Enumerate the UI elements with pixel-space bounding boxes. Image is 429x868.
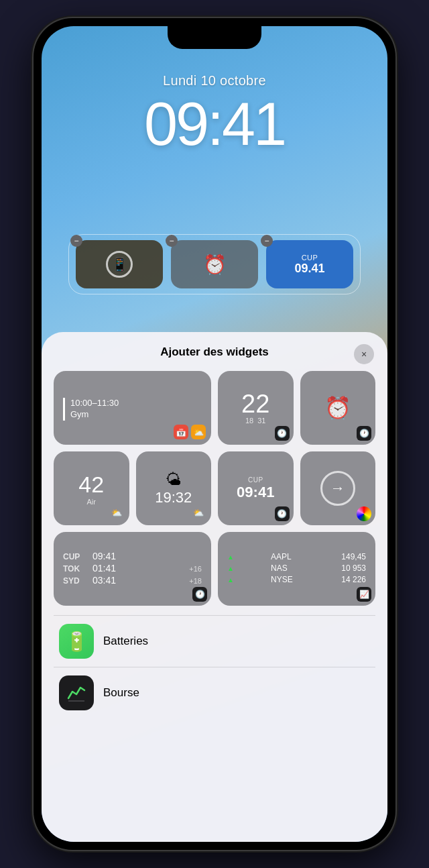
calendar-badges: 📅 ⛅ xyxy=(174,425,206,439)
batteries-app-name: Batteries xyxy=(103,635,148,648)
cup-time-medium: 09:41 xyxy=(237,484,274,501)
remove-cup-widget-btn[interactable]: − xyxy=(261,235,273,247)
wc-offset-syd: +18 xyxy=(189,577,202,585)
rainbow-badge xyxy=(357,506,371,521)
sheet-title: Ajouter des widgets xyxy=(54,345,375,359)
alarm-widget-small[interactable]: ⏰ 🕐 xyxy=(300,371,376,445)
weather-icon-badge: ⛅ xyxy=(191,425,206,439)
arrow-widget[interactable]: → xyxy=(300,451,376,525)
stock-row-nyse: ▲ NYSE 14 226 xyxy=(227,575,366,584)
widget-grid: 10:00–11:30 Gym 📅 ⛅ 22 18 31 xyxy=(54,371,375,606)
air-weather-badge: ⛅ xyxy=(109,505,124,520)
wc-city-syd: SYD xyxy=(63,576,88,586)
arrow-circle-icon: → xyxy=(320,471,355,506)
phone-screen: Lundi 10 octobre 09:41 − 📱 − ⏰ − CUP 09.… xyxy=(42,26,387,842)
stock-name-nas: NAS xyxy=(271,563,304,573)
clock-overlay-badge-2: 🕐 xyxy=(357,426,371,441)
calendar-number-widget[interactable]: 22 18 31 🕐 xyxy=(218,371,294,445)
cal-date-number: 22 xyxy=(241,391,269,417)
cup-widget-medium[interactable]: CUP 09:41 🕐 xyxy=(218,451,294,525)
stocks-widget[interactable]: ▲ AAPL 149,45 ▲ NAS 10 953 ▲ NYSE 14 xyxy=(218,532,375,606)
sheet-close-button[interactable]: × xyxy=(354,344,374,364)
lock-widget-alarm[interactable]: − ⏰ xyxy=(171,240,258,288)
stock-arrow-nas: ▲ xyxy=(227,565,234,572)
lock-widget-cup[interactable]: − CUP 09.41 xyxy=(266,240,353,288)
date-label: Lundi 10 octobre xyxy=(42,73,387,89)
remove-alarm-widget-btn[interactable]: − xyxy=(166,235,178,247)
clock-overlay-badge-3: 🕐 xyxy=(275,506,290,521)
wc-city-cup: CUP xyxy=(63,552,88,561)
wc-time-tok: 01:41 xyxy=(88,563,189,574)
wc-city-tok: TOK xyxy=(63,564,88,574)
air-quality-label: Air xyxy=(87,498,96,506)
cup-city-label: CUP xyxy=(294,254,324,262)
stock-val-nas: 10 953 xyxy=(341,563,366,573)
app-list-item-batteries[interactable]: 🔋 Batteries xyxy=(54,615,375,667)
remove-phone-widget-btn[interactable]: − xyxy=(70,235,82,247)
app-list: 🔋 Batteries Bourse xyxy=(54,615,375,718)
alarm-icon-large: ⏰ xyxy=(324,395,351,421)
stock-name-aapl: AAPL xyxy=(271,552,304,561)
world-clock-row-tok: TOK 01:41 +16 xyxy=(63,563,202,574)
air-icons: ⛅ xyxy=(109,505,124,520)
bourse-app-icon xyxy=(59,675,94,710)
stocks-chart-icon: 📈 xyxy=(357,587,371,602)
calendar-icon-badge: 📅 xyxy=(174,425,188,439)
stock-arrow-nyse: ▲ xyxy=(227,576,234,584)
batteries-app-icon: 🔋 xyxy=(59,624,94,659)
sun-icon: 🌤 xyxy=(166,470,182,489)
stock-val-aapl: 149,45 xyxy=(341,552,366,561)
clock-overlay-badge-4: 🕐 xyxy=(192,587,207,602)
phone-frame: Lundi 10 octobre 09:41 − 📱 − ⏰ − CUP 09.… xyxy=(34,18,395,850)
event-time-range: 10:00–11:30 Gym xyxy=(63,398,119,421)
wc-time-syd: 03:41 xyxy=(88,575,189,586)
stock-arrow-aapl: ▲ xyxy=(227,553,234,561)
phone-icon: 📱 xyxy=(106,251,133,278)
stock-row-aapl: ▲ AAPL 149,45 xyxy=(227,552,366,561)
cup-city-medium: CUP xyxy=(248,476,263,484)
stock-val-nyse: 14 226 xyxy=(341,575,366,584)
world-clock-widget[interactable]: CUP 09:41 TOK 01:41 +16 SYD 03:41 + xyxy=(54,532,211,606)
cup-widget-text: CUP 09.41 xyxy=(294,254,324,276)
air-quality-widget[interactable]: 42 Air ⛅ xyxy=(54,451,129,525)
cup-time-label: 09.41 xyxy=(294,262,324,276)
stock-name-nyse: NYSE xyxy=(271,575,304,584)
weather-cloud-badge: ⛅ xyxy=(191,505,206,520)
time-display: 09:41 xyxy=(42,90,387,159)
cal-date-sub: 18 31 xyxy=(245,417,266,425)
weather-time-value: 19:32 xyxy=(155,489,192,506)
wc-offset-tok: +16 xyxy=(189,565,202,573)
lock-widget-phone[interactable]: − 📱 xyxy=(76,240,163,288)
lock-widgets-row: − 📱 − ⏰ − CUP 09.41 xyxy=(68,234,361,294)
lock-screen: Lundi 10 octobre 09:41 − 📱 − ⏰ − CUP 09.… xyxy=(42,26,387,842)
notch xyxy=(168,26,261,49)
alarm-clock-icon: ⏰ xyxy=(203,254,227,276)
app-list-item-bourse[interactable]: Bourse xyxy=(54,667,375,718)
wc-time-cup: 09:41 xyxy=(88,551,202,561)
add-widgets-sheet: Ajouter des widgets × 10:00–11:30 Gym 📅 … xyxy=(42,332,387,842)
world-clock-row-syd: SYD 03:41 +18 xyxy=(63,575,202,586)
bourse-app-name: Bourse xyxy=(103,686,139,700)
weather-icons: ⛅ xyxy=(191,505,206,520)
weather-time-widget[interactable]: 🌤 19:32 ⛅ xyxy=(136,451,212,525)
clock-overlay-badge-1: 🕐 xyxy=(275,426,290,441)
calendar-event-widget[interactable]: 10:00–11:30 Gym 📅 ⛅ xyxy=(54,371,211,445)
stock-row-nas: ▲ NAS 10 953 xyxy=(227,563,366,573)
air-quality-number: 42 xyxy=(78,472,104,498)
world-clock-row-cup: CUP 09:41 xyxy=(63,551,202,561)
